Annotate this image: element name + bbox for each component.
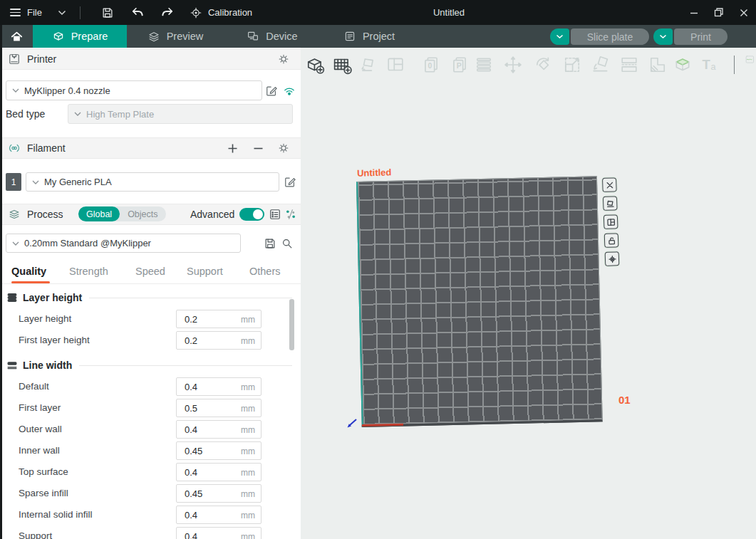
param-input[interactable]: 0.4mm bbox=[176, 506, 262, 524]
param-unit: mm bbox=[241, 489, 255, 499]
import-0-icon[interactable]: 0 bbox=[420, 54, 442, 75]
layers-list-icon[interactable] bbox=[473, 54, 494, 75]
plate-orient-icon[interactable] bbox=[603, 196, 618, 211]
param-unit: mm bbox=[241, 532, 255, 539]
build-plate[interactable] bbox=[356, 176, 603, 427]
preset-list-icon[interactable] bbox=[268, 207, 282, 221]
bed-type-select[interactable]: High Temp Plate bbox=[68, 104, 293, 124]
param-input[interactable]: 0.5mm bbox=[176, 399, 262, 417]
param-label: Outer wall bbox=[19, 424, 62, 434]
param-input[interactable]: 0.45mm bbox=[176, 441, 262, 460]
plate-settings-gear-icon[interactable] bbox=[605, 251, 620, 266]
param-label: Top surface bbox=[19, 466, 68, 477]
printer-edit-icon[interactable] bbox=[264, 84, 279, 98]
param-input[interactable]: 0.4mm bbox=[176, 420, 262, 439]
scope-objects[interactable]: Objects bbox=[120, 206, 165, 221]
chevron-down-icon[interactable] bbox=[58, 10, 66, 16]
tab-quality[interactable]: Quality bbox=[11, 266, 46, 277]
tab-project[interactable]: Project bbox=[321, 25, 418, 48]
scale-tool-icon[interactable] bbox=[561, 54, 583, 75]
save-preset-icon[interactable] bbox=[263, 236, 277, 251]
tab-prepare[interactable]: Prepare bbox=[33, 25, 127, 48]
param-input[interactable]: 0.4mm bbox=[176, 377, 262, 396]
plate-delete-icon[interactable] bbox=[602, 177, 617, 192]
calibration-button[interactable]: Calibration bbox=[190, 6, 252, 19]
filament-slot-badge[interactable]: 1 bbox=[6, 173, 21, 191]
minimize-button[interactable] bbox=[681, 0, 706, 25]
param-section-layer-height[interactable]: Layer height bbox=[6, 290, 292, 305]
param-input[interactable]: 0.2mm bbox=[176, 310, 262, 328]
printer-preset-select[interactable]: MyKlipper 0.4 nozzle bbox=[6, 80, 262, 100]
arrange-layout-icon[interactable] bbox=[385, 54, 406, 75]
param-input[interactable]: 0.4mm bbox=[176, 527, 262, 539]
restore-button[interactable] bbox=[706, 0, 731, 25]
lay-on-face-icon[interactable] bbox=[590, 54, 611, 75]
param-unit: mm bbox=[241, 511, 255, 520]
tab-strength[interactable]: Strength bbox=[69, 266, 108, 277]
printer-settings-gear-icon[interactable] bbox=[276, 52, 291, 66]
home-button[interactable] bbox=[0, 25, 33, 48]
slice-plate-button[interactable]: Slice plate bbox=[550, 28, 649, 45]
param-section-line-width[interactable]: Line width bbox=[6, 357, 292, 373]
assembly-cube-icon[interactable] bbox=[672, 54, 693, 75]
tab-support[interactable]: Support bbox=[187, 266, 223, 277]
project-list-icon bbox=[343, 30, 356, 43]
param-input[interactable]: 0.45mm bbox=[176, 484, 262, 503]
scope-global[interactable]: Global bbox=[78, 206, 120, 221]
text-tool-icon[interactable]: Ta bbox=[700, 54, 721, 75]
import-p-icon[interactable]: P bbox=[449, 54, 470, 75]
menu-icon[interactable] bbox=[10, 9, 21, 16]
remove-filament-icon[interactable] bbox=[251, 141, 265, 155]
window-left-border bbox=[0, 25, 2, 539]
slice-dropdown-icon[interactable] bbox=[550, 28, 569, 45]
search-icon[interactable] bbox=[280, 236, 294, 251]
sidebar: Printer MyKlipper 0.4 nozzle Bed type Hi… bbox=[0, 48, 301, 539]
print-dropdown-icon[interactable] bbox=[653, 28, 673, 45]
redo-icon[interactable] bbox=[160, 6, 175, 20]
variable-region-icon[interactable] bbox=[647, 54, 668, 75]
move-tool-icon[interactable] bbox=[502, 54, 524, 75]
param-label: Default bbox=[19, 381, 49, 392]
undo-icon[interactable] bbox=[130, 6, 145, 20]
add-plate-icon[interactable] bbox=[331, 54, 353, 75]
printer-icon bbox=[7, 52, 21, 66]
measure-icon[interactable] bbox=[745, 54, 756, 75]
compare-presets-icon[interactable] bbox=[284, 207, 298, 221]
advanced-toggle[interactable] bbox=[239, 208, 264, 221]
add-filament-icon[interactable] bbox=[225, 141, 239, 155]
plate-lock-icon[interactable] bbox=[604, 233, 619, 248]
tab-speed[interactable]: Speed bbox=[135, 266, 165, 277]
param-unit: mm bbox=[241, 404, 255, 414]
plate-controls bbox=[602, 177, 620, 271]
param-value: 0.2 bbox=[185, 335, 197, 346]
process-scope-toggle[interactable]: Global Objects bbox=[78, 206, 166, 221]
filament-settings-gear-icon[interactable] bbox=[276, 141, 291, 155]
tab-device[interactable]: Device bbox=[224, 25, 321, 48]
file-menu[interactable]: File bbox=[27, 7, 42, 18]
svg-text:0: 0 bbox=[428, 62, 432, 70]
wifi-icon[interactable] bbox=[282, 84, 296, 98]
param-input[interactable]: 0.4mm bbox=[176, 463, 262, 481]
save-icon[interactable] bbox=[100, 6, 115, 20]
print-label[interactable]: Print bbox=[674, 28, 727, 45]
plate-name-label[interactable]: Untitled bbox=[357, 167, 392, 178]
rotate-tool-icon[interactable] bbox=[533, 54, 554, 75]
split-object-icon[interactable] bbox=[618, 54, 640, 75]
filament-preset-select[interactable]: My Generic PLA bbox=[26, 172, 279, 192]
scrollbar-thumb[interactable] bbox=[289, 299, 294, 350]
process-preset-select[interactable]: 0.20mm Standard @MyKlipper bbox=[6, 234, 241, 253]
print-button[interactable]: Print bbox=[653, 28, 727, 45]
slice-plate-label[interactable]: Slice plate bbox=[571, 28, 649, 45]
printer-preset-value: MyKlipper 0.4 nozzle bbox=[24, 85, 110, 96]
auto-orient-icon[interactable] bbox=[358, 54, 380, 75]
add-object-icon[interactable] bbox=[304, 54, 326, 75]
param-value: 0.5 bbox=[185, 403, 197, 414]
plate-arrange-icon[interactable] bbox=[604, 214, 618, 229]
filament-edit-icon[interactable] bbox=[283, 175, 297, 189]
tab-preview[interactable]: Preview bbox=[127, 25, 224, 48]
close-button[interactable] bbox=[731, 0, 756, 25]
param-input[interactable]: 0.2mm bbox=[176, 331, 262, 350]
viewport-3d[interactable]: 0 P Ta Untitled 01 bbox=[301, 48, 756, 539]
divider bbox=[80, 6, 81, 19]
tab-others[interactable]: Others bbox=[249, 266, 281, 277]
